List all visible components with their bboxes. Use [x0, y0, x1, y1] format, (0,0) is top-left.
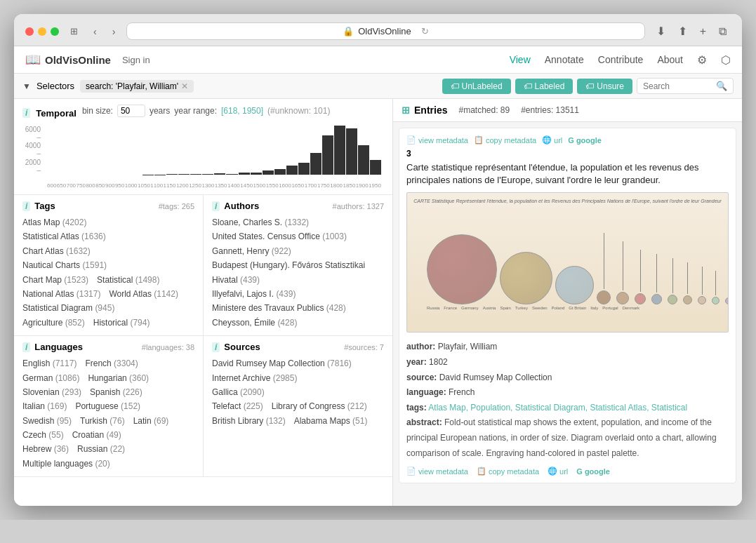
histogram-bars — [47, 126, 381, 175]
sources-col: i Sources #sources: 7 David Rumsey Map C… — [204, 336, 392, 476]
unlabeled-button[interactable]: 🏷 UnLabeled — [442, 79, 511, 94]
app-title: OldVisOnline — [45, 54, 111, 66]
tabs-button[interactable]: ⧉ — [715, 23, 731, 39]
footer-view-metadata[interactable]: 📄 view metadata — [406, 467, 468, 476]
filter-tag-text: search: 'Playfair, William' — [86, 81, 178, 91]
entry-number: 3 — [406, 149, 729, 159]
list-item[interactable]: Russian (22) — [77, 442, 125, 456]
list-item[interactable]: Nautical Charts (1591) — [22, 258, 194, 272]
back-button[interactable]: ‹ — [89, 25, 101, 39]
list-item[interactable]: Spanish (226) — [90, 385, 142, 399]
unsure-button[interactable]: 🏷 Unsure — [577, 79, 632, 94]
list-item[interactable]: Alabama Maps (51) — [294, 414, 368, 428]
list-item[interactable]: David Rumsey Map Collection (7816) — [212, 356, 384, 370]
large-circle-2 — [500, 252, 552, 304]
footer-google[interactable]: G google — [576, 467, 610, 476]
list-item[interactable]: Telefact (225) — [212, 399, 263, 413]
list-item[interactable]: Statistical Atlas (1636) — [22, 229, 194, 243]
bin-size-input[interactable] — [117, 105, 145, 117]
list-item[interactable]: Illyefalvi, Lajos I. (439) — [212, 287, 384, 301]
url-link[interactable]: 🌐 url — [542, 135, 562, 145]
search-input[interactable] — [643, 81, 713, 91]
list-item[interactable]: Cheysson, Émile (428) — [212, 316, 384, 330]
list-item[interactable]: Library of Congress (212) — [272, 399, 367, 413]
list-item[interactable]: Turkish (76) — [80, 414, 125, 428]
forward-button[interactable]: › — [108, 25, 120, 39]
footer-copy-metadata[interactable]: 📋 copy metadata — [477, 467, 539, 476]
temporal-section: i Temporal bin size: years year range: [… — [14, 99, 392, 195]
nav-contribute[interactable]: Contribute — [598, 54, 644, 65]
minimize-button[interactable] — [38, 27, 46, 36]
list-item[interactable]: United States. Census Office (1003) — [212, 229, 384, 243]
language-meta: language: French — [406, 385, 729, 401]
list-item[interactable]: Gannett, Henry (922) — [212, 244, 384, 258]
search-box: 🔍 — [637, 78, 734, 94]
list-item[interactable]: German (1086) — [22, 371, 79, 385]
unknown-count: (#unknown: 101) — [267, 106, 330, 116]
refresh-icon: ↻ — [421, 26, 429, 36]
entry-image: CARTE Statistique Représentant l'étendue… — [406, 192, 729, 333]
nav-view[interactable]: View — [510, 54, 531, 65]
list-item[interactable]: Internet Archive (2985) — [212, 371, 384, 385]
list-item[interactable]: National Atlas (1317) — [22, 287, 100, 301]
list-item[interactable]: Budapest (Hungary). Főváros Statisztikai… — [212, 258, 384, 287]
list-item[interactable]: Statistical Diagram (945) — [22, 301, 194, 315]
list-item[interactable]: Latin (69) — [133, 414, 169, 428]
settings-icon[interactable]: ⚙ — [697, 53, 707, 67]
filter-remove-button[interactable]: ✕ — [181, 81, 188, 91]
list-item[interactable]: Sloane, Charles S. (1332) — [212, 215, 384, 229]
selectors-label: Selectors — [37, 81, 74, 91]
list-item[interactable]: Italian (169) — [22, 399, 67, 413]
temporal-controls: bin size: years year range: [618, 1950] … — [82, 105, 331, 117]
signin-link[interactable]: Sign in — [122, 55, 150, 65]
footer-copy-icon: 📋 — [477, 467, 486, 476]
list-item[interactable]: Atlas Map (4202) — [22, 215, 194, 229]
copy-metadata-link[interactable]: 📋 copy metadata — [474, 135, 536, 145]
hist-bar — [190, 174, 201, 175]
hist-bar — [310, 153, 321, 175]
search-icon[interactable]: 🔍 — [716, 81, 727, 91]
list-item[interactable]: Gallica (2090) — [212, 385, 384, 399]
list-item[interactable]: French (3304) — [85, 356, 138, 370]
list-item[interactable]: British Library (132) — [212, 414, 286, 428]
close-button[interactable] — [25, 27, 34, 36]
authors-count: #authors: 1327 — [333, 202, 384, 210]
abstract-value: Fold-out statistical map shows the exten… — [406, 417, 717, 457]
entries-label: Entries — [414, 105, 447, 116]
list-item[interactable]: Multiple languages (20) — [22, 457, 194, 471]
list-item[interactable]: Statistical (1498) — [97, 273, 159, 287]
list-item[interactable]: Slovenian (293) — [22, 385, 81, 399]
hist-bar — [251, 173, 262, 175]
sidebar-toggle-button[interactable]: ⊞ — [66, 25, 82, 38]
github-icon[interactable]: ⬡ — [721, 53, 731, 67]
list-item[interactable]: Ministere des Travaux Publics (428) — [212, 301, 384, 315]
list-item[interactable]: English (7117) — [22, 356, 77, 370]
download-button[interactable]: ⬇ — [652, 23, 670, 39]
list-item[interactable]: Croatian (49) — [72, 428, 121, 442]
logo: 📖 OldVisOnline — [25, 52, 111, 67]
share-button[interactable]: ⬆ — [674, 23, 691, 39]
labeled-button[interactable]: 🏷 Labeled — [515, 79, 573, 94]
list-item[interactable]: Czech (55) — [22, 428, 64, 442]
footer-url-icon: 🌐 — [548, 467, 557, 476]
nav-annotate[interactable]: Annotate — [545, 54, 584, 65]
google-link[interactable]: G google — [568, 135, 602, 145]
list-item[interactable]: Historical (794) — [93, 316, 150, 330]
authors-title: Authors — [224, 201, 259, 211]
matched-count: #matched: 89 — [458, 105, 510, 115]
list-item[interactable]: Swedish (95) — [22, 414, 72, 428]
new-tab-button[interactable]: + — [696, 23, 710, 39]
list-item[interactable]: Agriculture (852) — [22, 316, 85, 330]
nav-about[interactable]: About — [657, 54, 683, 65]
list-item[interactable]: Chart Map (1523) — [22, 273, 88, 287]
maximize-button[interactable] — [51, 27, 59, 36]
list-item[interactable]: Portuguese (152) — [75, 399, 140, 413]
list-item[interactable]: Hebrew (36) — [22, 442, 69, 456]
list-item[interactable]: Hungarian (360) — [88, 371, 149, 385]
view-metadata-link[interactable]: 📄 view metadata — [406, 135, 468, 145]
address-bar[interactable]: 🔒 OldVisOnline ↻ — [126, 22, 644, 40]
tags-header: i Tags #tags: 265 — [22, 201, 194, 211]
list-item[interactable]: Chart Atlas (1632) — [22, 244, 194, 258]
footer-url[interactable]: 🌐 url — [548, 467, 568, 476]
list-item[interactable]: World Atlas (1142) — [109, 287, 178, 301]
